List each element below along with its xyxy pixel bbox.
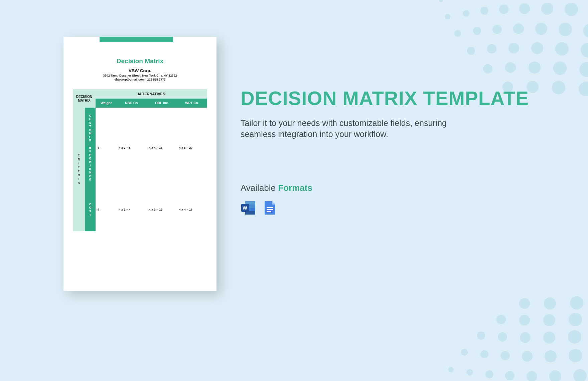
svg-point-74 [570,296,583,309]
svg-point-46 [448,367,454,372]
svg-point-59 [569,349,582,362]
cell-alt3-0: 4 x 5 = 20 [177,108,207,188]
criteria-axis-label: CRITERIA [73,108,85,231]
svg-point-33 [579,62,588,77]
cell-alt1-1: 4 x 1 = 4 [117,188,147,231]
svg-point-65 [568,330,581,344]
svg-point-22 [583,23,588,38]
svg-point-12 [519,3,530,14]
svg-point-27 [555,42,569,55]
svg-point-29 [483,64,492,74]
cell-alt2-1: 4 x 3 = 12 [147,188,177,231]
svg-rect-83 [267,209,273,210]
svg-point-26 [531,42,543,54]
cell-alt3-1: 4 x 4 = 16 [177,188,207,231]
svg-point-11 [499,5,508,14]
svg-point-51 [549,370,561,381]
svg-point-64 [543,332,555,344]
svg-point-47 [466,369,473,376]
svg-point-21 [559,23,572,36]
svg-point-24 [487,44,496,53]
svg-point-14 [565,3,578,16]
header-alt1: NBO Co. [117,99,147,108]
header-weight: Weight [96,99,117,108]
svg-point-56 [500,351,510,360]
header-alt3: WPT Co. [177,99,207,108]
svg-point-17 [473,27,481,35]
cell-weight-1: 4 [96,188,117,231]
svg-point-13 [541,3,553,15]
svg-point-58 [545,350,557,362]
template-description: Tailor it to your needs with customizabl… [241,118,454,139]
svg-point-63 [520,332,531,343]
ms-word-icon[interactable] [241,200,257,216]
svg-point-19 [513,23,524,34]
svg-point-23 [467,47,475,55]
formats-section: Available Formats [241,183,561,216]
svg-point-30 [505,62,516,73]
matrix-table-container: DECISIONMATRIX ALTERNATIVES Weight NBO C… [73,89,207,231]
cell-weight-0: 4 [96,108,117,188]
svg-point-8 [445,14,450,19]
info-panel: DECISION MATRIX TEMPLATE Tailor it to yo… [241,87,561,216]
header-decision-matrix: DECISIONMATRIX [73,89,96,108]
svg-point-73 [544,297,556,309]
svg-rect-82 [267,207,273,208]
formats-label-plain: Available [241,183,278,193]
document-preview: Decision Matrix VBW Corp. 3202 Tamp Dess… [63,37,216,291]
svg-point-48 [485,370,493,378]
svg-point-25 [508,43,519,53]
criteria-row-name-1: COST [85,188,96,231]
document-accent-bar [100,37,173,42]
formats-label-accent: Formats [278,183,312,193]
template-title: DECISION MATRIX TEMPLATE [241,87,561,110]
svg-point-37 [579,82,588,96]
svg-point-54 [461,349,468,356]
svg-point-32 [553,61,567,75]
header-alt2: ODL Inc. [147,99,177,108]
header-alternatives: ALTERNATIVES [96,89,207,99]
svg-point-52 [573,369,587,381]
decorative-dots-bottom-right [408,267,588,381]
criteria-row-name-0: CUSTOMER EXPERIENCE [85,108,96,188]
svg-point-70 [569,313,582,326]
company-contact: vbwcorp@gmail.com | 222 555 7777 [63,78,216,81]
svg-point-10 [480,7,488,15]
decision-matrix-table: DECISIONMATRIX ALTERNATIVES Weight NBO C… [73,89,207,231]
svg-point-55 [480,350,488,358]
svg-point-16 [454,30,461,37]
formats-label: Available Formats [241,183,561,193]
svg-point-67 [496,315,506,324]
svg-point-49 [505,371,514,380]
svg-point-69 [543,314,555,326]
cell-alt1-0: 4 x 2 = 8 [117,108,147,188]
svg-point-50 [527,371,537,381]
svg-point-28 [581,43,588,57]
google-docs-icon[interactable] [262,200,278,216]
company-name: VBW Corp. [63,68,216,73]
svg-point-0 [439,0,443,2]
svg-point-18 [492,25,502,34]
svg-rect-84 [267,211,271,212]
svg-point-68 [519,315,530,326]
document-title: Decision Matrix [63,57,216,65]
svg-point-31 [529,61,541,74]
cell-alt2-0: 4 x 4 = 16 [147,108,177,188]
company-address: 3202 Tamp Dessner Street, New York City,… [63,74,216,77]
svg-point-72 [519,298,530,309]
svg-point-62 [498,332,507,342]
svg-point-20 [535,23,547,35]
svg-point-61 [477,332,485,340]
svg-point-9 [463,10,469,17]
svg-point-57 [522,351,533,362]
